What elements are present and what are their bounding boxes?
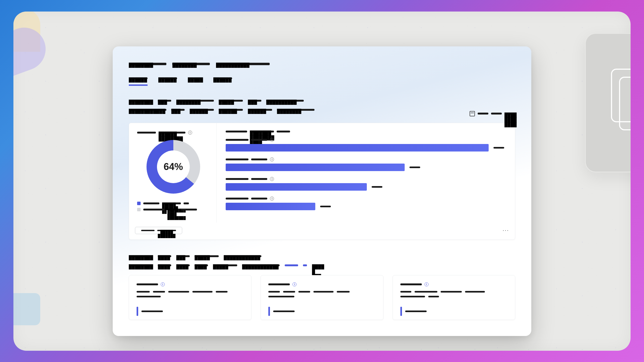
dashboard-window: ████████ ████████ ███████████ ██████ ███… [113,46,531,336]
bar-row: i [226,177,504,191]
donut-panel: ██████ ████████ i 64% ██████ ███████ ██ [129,123,217,223]
bar-fill [226,164,405,171]
bar-value [320,204,331,209]
bar-fill [226,144,489,152]
info-icon[interactable]: i [188,131,192,135]
info-icon[interactable]: i [270,197,274,201]
title-segment: ███████████ [216,63,270,65]
view-details-button[interactable]: █████ ███████ [135,227,182,234]
sparkline [268,307,375,316]
donut-value: 64% [164,161,183,172]
decoration [13,21,52,76]
bar-value [409,165,420,170]
more-icon[interactable]: ··· [503,227,509,234]
decoration [13,293,40,325]
bar-value [493,145,504,150]
title-segment: ████████ [172,63,210,65]
tab-1[interactable]: ██████ [129,76,148,86]
legend-swatch [137,202,141,205]
bars-panel: ███████ ████████ ████ i i i [217,123,515,223]
sparkline [137,307,244,316]
bar-value [372,184,382,189]
inline-link[interactable] [303,264,307,266]
sparkline [400,307,507,316]
tab-bar: ██████ ██████ █████ ██████ [129,76,515,86]
page-title: ████████ ████████ ███████████ [129,61,515,66]
desktop-background: ████████ ████████ ███████████ ██████ ███… [13,12,631,351]
inline-link[interactable]: ████ █ ███ [312,264,323,266]
date-range-picker[interactable]: ████ ████ ████ [470,111,515,116]
title-segment: ████████ [129,63,166,65]
background-device [585,33,631,172]
small-cards-row: i i i [129,275,515,320]
bar-fill [226,203,315,210]
info-icon[interactable]: i [270,138,274,142]
metric-card[interactable]: i [261,275,383,320]
info-icon[interactable]: i [425,282,429,286]
bar-fill [226,183,367,191]
bar-row: i [226,197,504,210]
bar-row: i [226,157,504,171]
tab-4[interactable]: ██████ [213,76,232,86]
section-intro: ████████ ███ ████████ █████ ███ ████████… [129,98,515,116]
calendar-icon [470,111,475,116]
metric-card[interactable]: i [393,275,515,320]
tab-2[interactable]: ██████ [158,76,177,86]
overview-card: ██████ ████████ i 64% ██████ ███████ ██ [129,123,515,240]
inline-link[interactable] [285,264,298,266]
donut-legend: ██████ ███████ ██ ████████ ████ ████████ [137,202,209,211]
legend-item: ██████ ███████ ██ [137,202,209,205]
info-icon[interactable]: i [292,282,297,286]
donut-chart: 64% [147,140,200,194]
info-icon[interactable]: i [161,282,165,286]
info-icon[interactable]: i [270,177,274,181]
section-2-heading: ████████ ████ ███ █████ ████████████ ███… [129,254,515,268]
legend-swatch [137,208,141,211]
card-footer: █████ ███████ ··· [129,223,515,239]
info-icon[interactable]: i [270,157,274,161]
tab-3[interactable]: █████ [188,76,203,86]
metric-card[interactable]: i [129,275,251,320]
